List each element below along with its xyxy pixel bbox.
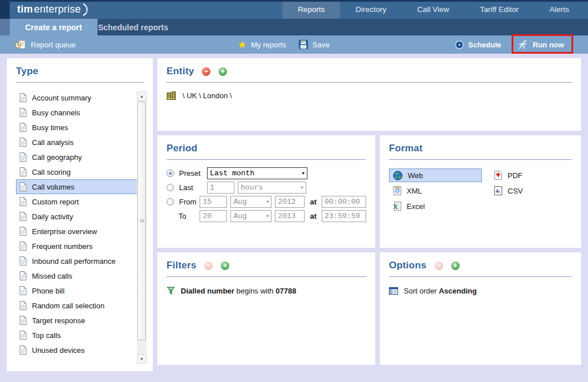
scroll-up-button[interactable]: ▲ [137,91,147,101]
schedule-label: Schedule [468,41,501,49]
save-button[interactable]: Save [299,35,330,54]
to-day-input[interactable] [200,210,227,222]
sidebar-item-phone-bill[interactable]: Phone bill [16,283,139,298]
options-panel: Options − + Sort order Ascending [380,252,581,365]
schedule-button[interactable]: Schedule [455,35,501,54]
sidebar-item-random-call-selection[interactable]: Random call selection [16,298,139,313]
nav-tab-call-view[interactable]: Call View [402,0,464,19]
sidebar-item-call-analysis[interactable]: Call analysis [16,135,139,150]
from-radio[interactable] [167,198,174,206]
format-option-web[interactable]: Web [389,168,482,182]
svg-text:@: @ [394,187,400,194]
entity-path: \ UK \ London \ [183,91,232,100]
report-toolbar: Report queue ★ My reports Save [0,35,588,54]
nav-tab-directory[interactable]: Directory [340,0,402,19]
report-queue-button[interactable]: Report queue [15,35,76,54]
period-to-row: To Aug▼ at [167,210,366,223]
preset-radio[interactable] [167,170,174,177]
sidebar-item-call-scoring[interactable]: Call scoring [16,164,139,179]
type-list-scrollbar[interactable]: ▲ ▼ [137,91,147,364]
sidebar-item-daily-activity[interactable]: Daily activity [16,209,139,224]
option-row[interactable]: Sort order Ascending [389,287,572,295]
filter-row[interactable]: Dialled number begins with 07788 [167,287,366,295]
sidebar-item-missed-calls[interactable]: Missed calls [16,268,139,283]
from-day-input[interactable] [200,196,227,208]
sidebar-item-call-volumes[interactable]: Call volumes [16,179,139,194]
scrollbar-thumb[interactable] [137,102,146,340]
sidebar-item-top-calls[interactable]: Top calls [16,328,139,343]
entity-panel: Entity − + [157,58,581,131]
scroll-down-button[interactable]: ▼ [137,354,147,364]
last-value-input[interactable] [207,182,234,194]
document-icon [19,182,27,191]
entity-remove-icon[interactable]: − [202,67,210,76]
sidebar-item-target-response[interactable]: Target response [16,313,139,328]
format-option-excel[interactable]: X Excel [389,199,482,213]
table-icon [389,287,398,295]
xml-icon: @ [393,186,402,195]
last-unit-select[interactable]: hours▼ [238,182,306,194]
sidebar-item-unused-devices[interactable]: Unused devices [16,343,139,357]
entity-add-icon[interactable]: + [218,67,227,76]
filter-add-icon[interactable]: + [221,262,229,270]
app-window: timenterprise Reports Directory Call Vie… [0,0,588,382]
header-bar: timenterprise Reports Directory Call Vie… [0,0,588,19]
format-option-csv[interactable]: a, CSV [490,184,572,198]
to-time-input[interactable] [322,210,366,222]
window-top-border [0,0,588,2]
type-panel-rule [16,82,144,83]
last-label: Last [179,183,207,192]
from-time-input[interactable] [322,196,366,208]
format-option-pdf[interactable]: PDF [490,168,572,182]
sidebar-item-custom-report[interactable]: Custom report [16,194,139,209]
chevron-down-icon: ▼ [266,214,269,219]
to-year-input[interactable] [275,210,305,222]
document-icon [19,138,27,147]
options-panel-title: Options [389,260,427,271]
filter-field: Dialled number [181,287,234,295]
csv-icon: a, [494,186,502,195]
sidebar-item-enterprise-overview[interactable]: Enterprise overview [16,224,139,239]
nav-tab-tariff-editor[interactable]: Tariff Editor [464,0,534,19]
my-reports-button[interactable]: ★ My reports [238,35,286,54]
sidebar-item-frequent-numbers[interactable]: Frequent numbers [16,239,139,254]
chevron-down-icon: ▼ [266,200,269,204]
document-icon [19,256,27,266]
sidebar-item-inbound-call-performance[interactable]: Inbound call performance [16,254,139,268]
sidebar-item-busy-times[interactable]: Busy times [16,120,139,135]
chevron-down-icon: ▼ [302,171,305,176]
chevron-down-icon: ▼ [301,186,303,190]
sidebar-item-busy-channels[interactable]: Busy channels [16,105,139,120]
scrollbar-grip [140,219,144,220]
document-icon [19,212,27,221]
filters-panel-rule [167,276,366,277]
buildings-icon [167,91,176,100]
document-icon [19,108,27,117]
preset-select[interactable]: Last month▼ [207,167,307,179]
entity-panel-title: Entity [167,66,194,77]
document-icon [19,93,27,102]
from-year-input[interactable] [275,196,305,208]
option-remove-icon[interactable]: − [435,262,443,270]
nav-tab-alerts[interactable]: Alerts [534,0,585,19]
filter-operator: begins with [237,287,274,295]
to-month-select[interactable]: Aug▼ [230,210,271,222]
from-month-select[interactable]: Aug▼ [230,196,271,208]
svg-text:a,: a, [496,187,500,194]
document-icon [19,167,27,176]
last-radio[interactable] [167,184,174,191]
filter-remove-icon[interactable]: − [204,262,213,270]
pdf-icon [494,171,502,180]
funnel-icon [167,287,175,295]
tab-scheduled-reports[interactable]: Scheduled reports [83,19,184,35]
header-corner [0,0,10,19]
format-option-xml[interactable]: @ XML [389,184,482,198]
nav-tab-reports[interactable]: Reports [282,0,340,19]
save-icon [299,40,308,49]
sidebar-item-call-geography[interactable]: Call geography [16,150,139,164]
entity-path-row[interactable]: \ UK \ London \ [167,91,572,100]
option-add-icon[interactable]: + [451,262,460,270]
to-at-label: at [310,212,317,220]
document-icon [19,271,27,280]
sidebar-item-account-summary[interactable]: Account summary [16,90,139,105]
